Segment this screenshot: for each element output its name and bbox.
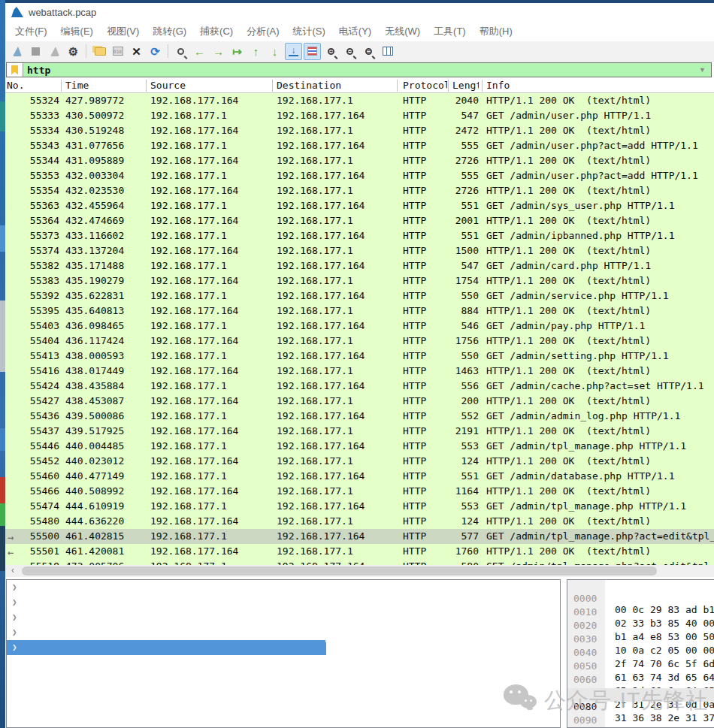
scroll-left-button[interactable]: ‹: [7, 566, 19, 576]
packet-row[interactable]: 55383 435.190279 192.168.177.164 192.168…: [5, 273, 714, 288]
packet-row[interactable]: 55343 431.077656 192.168.177.1 192.168.1…: [5, 138, 714, 153]
detail-tree-item[interactable]: ❯ Hypertext Transfer Protocol: [7, 640, 560, 655]
packet-row[interactable]: 55364 432.474669 192.168.177.164 192.168…: [5, 213, 714, 228]
packet-row[interactable]: 55452 440.023012 192.168.177.164 192.168…: [5, 454, 714, 469]
open-file-button[interactable]: [90, 43, 107, 60]
detail-tree-item[interactable]: ❯ Internet Protocol Version 4, Src: 192.…: [7, 610, 560, 625]
hex-row[interactable]: 0020 b1 a4 e8 53 00 50: [567, 607, 714, 621]
packet-row[interactable]: 55392 435.622831 192.168.177.1 192.168.1…: [5, 288, 714, 304]
menu-item[interactable]: 跳转(G): [146, 23, 193, 41]
hex-row[interactable]: 0010 02 33 b3 85 40 00: [567, 594, 714, 607]
filter-bookmark-button[interactable]: [7, 63, 23, 77]
column-header-time[interactable]: Time: [65, 78, 145, 92]
detail-tree-item[interactable]: ❯ Ethernet II, Src: VMware_c0:00:08 (00:…: [7, 595, 560, 610]
zoom-reset-button[interactable]: =: [360, 43, 377, 60]
hex-row[interactable]: 0060 65 3d 69 6e 64 65: [567, 661, 714, 675]
menu-item[interactable]: 编辑(E): [54, 23, 100, 41]
hex-row[interactable]: 0090 72 2d 41 67 65 6e: [567, 702, 714, 715]
packet-row[interactable]: 55480 444.636220 192.168.177.164 192.168…: [5, 514, 714, 529]
packet-row[interactable]: 55324 427.989772 192.168.177.164 192.168…: [5, 93, 714, 108]
menu-item[interactable]: 无线(W): [378, 23, 427, 41]
packet-row[interactable]: 55333 430.500972 192.168.177.1 192.168.1…: [5, 108, 714, 123]
packet-row[interactable]: 55436 439.500086 192.168.177.1 192.168.1…: [5, 409, 714, 424]
hex-row[interactable]: 0030 10 0a c2 05 00 00: [567, 621, 714, 634]
packet-row[interactable]: 55446 440.004485 192.168.177.1 192.168.1…: [5, 439, 714, 454]
go-first-packet-button[interactable]: ↑: [247, 43, 265, 60]
menu-item[interactable]: 捕获(C): [193, 23, 240, 41]
zoom-out-button[interactable]: −: [341, 43, 359, 60]
column-header-info[interactable]: Info: [486, 78, 714, 92]
menu-item[interactable]: 文件(F): [8, 23, 54, 41]
packet-row[interactable]: 55404 436.117424 192.168.177.164 192.168…: [5, 334, 714, 349]
column-header-destination[interactable]: Destination: [277, 78, 394, 92]
expand-chevron-icon[interactable]: ❯: [12, 642, 17, 652]
reload-file-button[interactable]: ⟳: [147, 43, 164, 60]
go-forward-button[interactable]: →: [210, 43, 227, 60]
display-filter-bar[interactable]: http ▼: [6, 62, 712, 77]
packet-row[interactable]: 55474 444.610919 192.168.177.1 192.168.1…: [5, 499, 714, 514]
packet-row[interactable]: 55363 432.455964 192.168.177.1 192.168.1…: [5, 198, 714, 213]
menu-item[interactable]: 电话(Y): [332, 23, 378, 41]
close-file-button[interactable]: ✕: [128, 43, 145, 60]
packet-row[interactable]: 55460 440.477149 192.168.177.1 192.168.1…: [5, 469, 714, 484]
column-header-protocol[interactable]: Protocol: [403, 78, 447, 92]
column-header-source[interactable]: Source: [150, 78, 271, 92]
hex-row[interactable]: 0080 31 36 38 2e 31 37: [567, 688, 714, 702]
packet-row[interactable]: 55374 433.137204 192.168.177.164 192.168…: [5, 243, 714, 258]
column-divider[interactable]: [272, 80, 273, 92]
filter-dropdown-icon[interactable]: ▼: [699, 63, 711, 77]
go-to-packet-button[interactable]: ↦: [228, 43, 246, 60]
menu-item[interactable]: 统计(S): [286, 23, 331, 41]
packet-row[interactable]: 55424 438.435884 192.168.177.1 192.168.1…: [5, 379, 714, 394]
auto-scroll-button[interactable]: ↓: [285, 43, 302, 60]
stop-capture-button[interactable]: [27, 43, 44, 60]
capture-options-button[interactable]: ⚙: [65, 43, 82, 60]
column-header-length[interactable]: Length: [452, 78, 479, 92]
packet-row[interactable]: 55354 432.023530 192.168.177.164 192.168…: [5, 183, 714, 198]
column-divider[interactable]: [482, 80, 483, 92]
column-divider[interactable]: [448, 80, 449, 92]
packet-row[interactable]: 55501 461.420081 192.168.177.164 192.168…: [5, 544, 714, 559]
packet-row[interactable]: 55382 435.171488 192.168.177.1 192.168.1…: [5, 258, 714, 273]
expand-chevron-icon[interactable]: ❯: [12, 582, 17, 592]
column-divider[interactable]: [397, 80, 398, 92]
colorize-button[interactable]: [304, 43, 321, 60]
go-back-button[interactable]: ←: [191, 43, 208, 60]
packet-row[interactable]: 55413 438.000593 192.168.177.1 192.168.1…: [5, 349, 714, 364]
menu-item[interactable]: 视图(V): [100, 23, 146, 41]
horizontal-scrollbar[interactable]: ‹: [5, 565, 714, 577]
scrollbar-thumb[interactable]: [22, 566, 657, 575]
packet-row[interactable]: 55519 473.005706 192.168.177.1 192.168.1…: [5, 559, 714, 565]
column-divider[interactable]: [146, 80, 147, 92]
packet-row[interactable]: 55437 439.517925 192.168.177.164 192.168…: [5, 424, 714, 439]
hex-row[interactable]: 0050 61 63 74 3d 65 64: [567, 648, 714, 661]
packet-row[interactable]: 55466 440.508992 192.168.177.164 192.168…: [5, 484, 714, 499]
expand-chevron-icon[interactable]: ❯: [12, 597, 17, 607]
packet-row[interactable]: 55344 431.095889 192.168.177.164 192.168…: [5, 153, 714, 168]
hex-row[interactable]: 0000 00 0c 29 83 ad b1: [567, 580, 714, 594]
expand-chevron-icon[interactable]: ❯: [12, 627, 17, 637]
column-header-no[interactable]: No.: [5, 78, 59, 92]
expand-chevron-icon[interactable]: ❯: [12, 612, 17, 622]
menu-item[interactable]: 工具(T): [427, 23, 473, 41]
packet-row[interactable]: 55373 433.116602 192.168.177.1 192.168.1…: [5, 228, 714, 243]
go-last-packet-button[interactable]: ↓: [266, 43, 283, 60]
zoom-in-button[interactable]: +: [322, 43, 340, 60]
hex-row[interactable]: 0070 2f 31 2e 31 0d 0a: [567, 675, 714, 688]
packet-row[interactable]: 55334 430.519248 192.168.177.164 192.168…: [5, 123, 714, 138]
packet-row[interactable]: 55353 432.003304 192.168.177.1 192.168.1…: [5, 168, 714, 183]
packet-row[interactable]: 55403 436.098465 192.168.177.1 192.168.1…: [5, 319, 714, 334]
detail-tree-item[interactable]: ❯ Transmission Control Protocol, Src Por…: [7, 625, 560, 640]
menu-item[interactable]: 帮助(H): [473, 23, 519, 41]
hex-row[interactable]: 0040 2f 74 70 6c 5f 6d: [567, 634, 714, 648]
save-file-button[interactable]: 010: [109, 43, 126, 60]
packet-row[interactable]: 55416 438.017449 192.168.177.164 192.168…: [5, 364, 714, 379]
packet-row[interactable]: 55500 461.402815 192.168.177.1 192.168.1…: [5, 529, 714, 544]
column-divider[interactable]: [61, 80, 62, 92]
packet-row[interactable]: 55427 438.453087 192.168.177.164 192.168…: [5, 394, 714, 409]
resize-columns-button[interactable]: [379, 43, 396, 60]
detail-tree-item[interactable]: ❯ Frame 55500: 577 bytes on wire (4616 b…: [7, 580, 560, 595]
packet-row[interactable]: 55395 435.640813 192.168.177.164 192.168…: [5, 304, 714, 319]
packet-list-header[interactable]: No. Time Source Destination Protocol Len…: [5, 78, 714, 93]
find-packet-button[interactable]: [172, 43, 189, 60]
